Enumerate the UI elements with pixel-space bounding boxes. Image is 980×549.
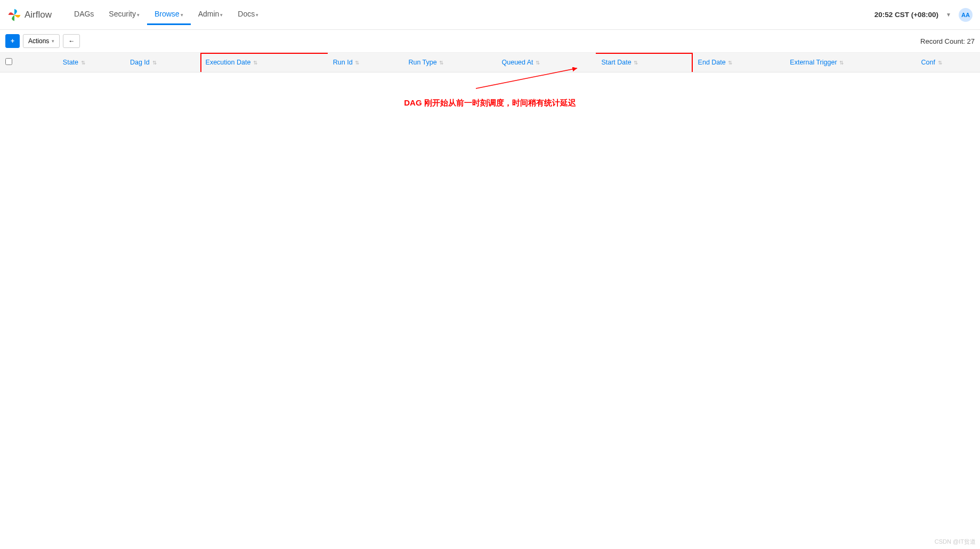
sort-link[interactable]: Conf — [921, 59, 935, 66]
col-header[interactable]: End Date ⇅ — [693, 53, 785, 72]
actions-label: Actions — [28, 37, 49, 45]
record-count-value: 27 — [967, 37, 975, 45]
nav-link-dags[interactable]: DAGs — [67, 4, 101, 25]
sort-link[interactable]: Dag Id — [130, 59, 150, 66]
toolbar: + Actions▾ ← Record Count: 27 — [0, 30, 980, 53]
sort-icon: ⇅ — [252, 60, 257, 66]
caret-down-icon: ▾ — [256, 12, 258, 18]
annotation-text: DAG 刚开始从前一时刻调度，时间稍有统计延迟 — [0, 88, 980, 118]
sort-link[interactable]: Run Type — [408, 59, 436, 66]
back-button[interactable]: ← — [63, 34, 80, 48]
svg-line-0 — [476, 68, 577, 88]
nav-link-admin[interactable]: Admin▾ — [191, 4, 231, 25]
actions-dropdown[interactable]: Actions▾ — [23, 34, 60, 48]
col-header — [36, 53, 58, 72]
nav-link-browse[interactable]: Browse▾ — [147, 4, 191, 25]
pinwheel-icon — [7, 8, 21, 22]
col-header[interactable]: Run Id ⇅ — [328, 53, 403, 72]
sort-link[interactable]: External Trigger — [790, 59, 837, 66]
sort-icon: ⇅ — [354, 60, 360, 66]
sort-icon: ⇅ — [79, 60, 85, 66]
sort-icon: ⇅ — [838, 60, 844, 66]
sort-icon: ⇅ — [534, 60, 540, 66]
sort-link[interactable]: State — [63, 59, 78, 66]
sort-icon: ⇅ — [151, 60, 157, 66]
col-header[interactable]: Execution Date ⇅ — [200, 53, 328, 72]
sort-icon: ⇅ — [633, 60, 638, 66]
sort-link[interactable]: Execution Date — [206, 59, 251, 66]
col-header[interactable]: Conf ⇅ — [916, 53, 980, 72]
caret-down-icon: ▾ — [52, 38, 54, 44]
sort-icon: ⇅ — [936, 60, 942, 66]
col-header — [0, 53, 36, 72]
caret-down-icon: ▾ — [220, 12, 223, 18]
sort-link[interactable]: Queued At — [502, 59, 533, 66]
brand-logo[interactable]: Airflow — [7, 8, 52, 22]
clock[interactable]: 20:52 CST (+08:00) — [874, 11, 938, 19]
col-header[interactable]: Dag Id ⇅ — [125, 53, 200, 72]
chevron-down-icon[interactable]: ▼ — [946, 12, 951, 18]
col-header[interactable]: State ⇅ — [58, 53, 125, 72]
sort-icon: ⇅ — [438, 60, 444, 66]
record-count: Record Count: 27 — [920, 37, 975, 45]
top-navbar: Airflow DAGsSecurity▾Browse▾Admin▾Docs▾ … — [0, 0, 980, 30]
caret-down-icon: ▾ — [181, 12, 183, 18]
sort-link[interactable]: End Date — [698, 59, 726, 66]
brand-text: Airflow — [25, 10, 52, 20]
record-count-label: Record Count: — [920, 37, 967, 45]
select-all-checkbox[interactable] — [5, 58, 12, 65]
nav-links: DAGsSecurity▾Browse▾Admin▾Docs▾ — [67, 4, 266, 25]
sort-link[interactable]: Start Date — [601, 59, 631, 66]
add-button[interactable]: + — [5, 34, 20, 48]
annotation-arrow — [0, 72, 980, 88]
col-header[interactable]: External Trigger ⇅ — [784, 53, 916, 72]
sort-link[interactable]: Run Id — [333, 59, 353, 66]
nav-link-docs[interactable]: Docs▾ — [230, 4, 266, 25]
sort-icon: ⇅ — [727, 60, 733, 66]
nav-link-security[interactable]: Security▾ — [101, 4, 147, 25]
col-header[interactable]: Start Date ⇅ — [596, 53, 692, 72]
avatar[interactable]: AA — [959, 8, 973, 22]
caret-down-icon: ▾ — [137, 12, 140, 18]
